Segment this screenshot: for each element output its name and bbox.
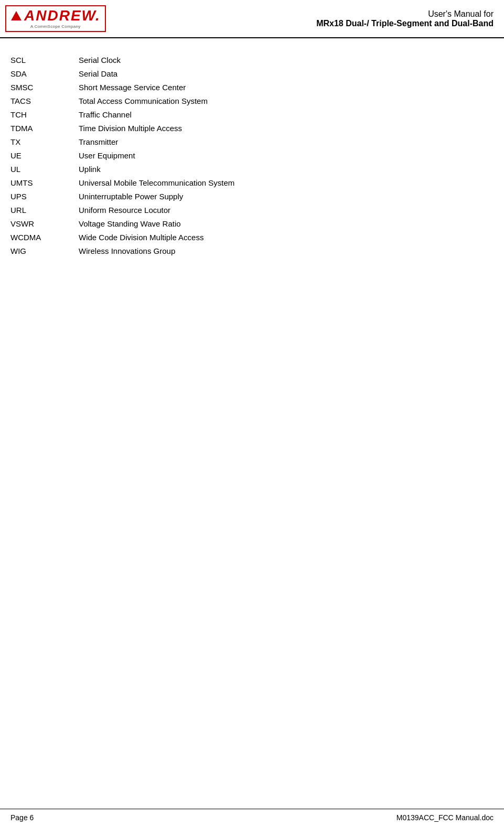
- abbr-definition: Uniform Resource Locutor: [79, 204, 170, 217]
- abbr-definition: Time Division Multiple Access: [79, 122, 182, 135]
- page-header: ANDREW. A CommScope Company User's Manua…: [0, 0, 504, 38]
- abbreviations-table: SCLSerial ClockSDASerial DataSMSCShort M…: [10, 54, 494, 258]
- abbr-term: VSWR: [10, 218, 79, 230]
- company-logo: ANDREW. A CommScope Company: [5, 4, 73, 33]
- abbr-row: WCDMAWide Code Division Multiple Access: [10, 231, 494, 244]
- abbr-term: URL: [10, 204, 79, 217]
- logo-subtitle: A CommScope Company: [30, 24, 81, 29]
- abbr-row: TDMATime Division Multiple Access: [10, 122, 494, 135]
- abbr-row: TXTransmitter: [10, 136, 494, 148]
- abbr-definition: Total Access Communication System: [79, 95, 208, 108]
- abbr-term: TCH: [10, 109, 79, 121]
- abbr-term: TX: [10, 136, 79, 148]
- abbr-definition: Serial Data: [79, 68, 117, 80]
- abbr-row: WIGWireless Innovations Group: [10, 245, 494, 258]
- abbr-row: SDASerial Data: [10, 68, 494, 80]
- logo-wrapper: ANDREW.: [10, 8, 101, 23]
- abbr-term: UMTS: [10, 177, 79, 189]
- abbr-definition: Serial Clock: [79, 54, 121, 67]
- header-title-line2: MRx18 Dual-/ Triple-Segment and Dual-Ban…: [316, 19, 494, 28]
- abbr-term: UL: [10, 163, 79, 176]
- abbr-definition: Wireless Innovations Group: [79, 245, 175, 258]
- abbr-row: TACSTotal Access Communication System: [10, 95, 494, 108]
- abbr-definition: Universal Mobile Telecommunication Syste…: [79, 177, 234, 189]
- abbr-definition: Transmitter: [79, 136, 118, 148]
- abbr-row: UPSUninterruptable Power Supply: [10, 190, 494, 203]
- abbr-definition: User Equipment: [79, 149, 135, 162]
- abbr-term: WIG: [10, 245, 79, 258]
- logo-company-name: ANDREW.: [24, 8, 101, 23]
- abbr-term: UPS: [10, 190, 79, 203]
- abbr-definition: Uplink: [79, 163, 101, 176]
- abbr-row: UMTSUniversal Mobile Telecommunication S…: [10, 177, 494, 189]
- abbr-row: SMSCShort Message Service Center: [10, 81, 494, 94]
- abbr-term: SDA: [10, 68, 79, 80]
- abbr-term: UE: [10, 149, 79, 162]
- abbr-term: WCDMA: [10, 231, 79, 244]
- abbr-definition: Uninterruptable Power Supply: [79, 190, 183, 203]
- header-title-line1: User's Manual for: [316, 9, 494, 19]
- abbr-definition: Voltage Standing Wave Ratio: [79, 218, 181, 230]
- abbr-term: SMSC: [10, 81, 79, 94]
- page-footer: Page 6 M0139ACC_FCC Manual.doc: [0, 809, 504, 826]
- footer-doc-name: M0139ACC_FCC Manual.doc: [396, 813, 494, 822]
- abbr-term: SCL: [10, 54, 79, 67]
- header-title: User's Manual for MRx18 Dual-/ Triple-Se…: [316, 9, 494, 28]
- abbr-row: SCLSerial Clock: [10, 54, 494, 67]
- abbr-definition: Traffic Channel: [79, 109, 132, 121]
- main-content: SCLSerial ClockSDASerial DataSMSCShort M…: [0, 38, 504, 290]
- footer-page-number: Page 6: [10, 813, 34, 822]
- page-container: ANDREW. A CommScope Company User's Manua…: [0, 0, 504, 826]
- logo-triangle-icon: [10, 10, 22, 22]
- abbr-row: VSWRVoltage Standing Wave Ratio: [10, 218, 494, 230]
- abbr-row: TCHTraffic Channel: [10, 109, 494, 121]
- abbr-term: TDMA: [10, 122, 79, 135]
- logo-box: ANDREW. A CommScope Company: [5, 5, 106, 32]
- abbr-row: UEUser Equipment: [10, 149, 494, 162]
- abbr-definition: Wide Code Division Multiple Access: [79, 231, 203, 244]
- abbr-term: TACS: [10, 95, 79, 108]
- svg-marker-0: [11, 11, 22, 20]
- abbr-row: URLUniform Resource Locutor: [10, 204, 494, 217]
- abbr-definition: Short Message Service Center: [79, 81, 186, 94]
- abbr-row: ULUplink: [10, 163, 494, 176]
